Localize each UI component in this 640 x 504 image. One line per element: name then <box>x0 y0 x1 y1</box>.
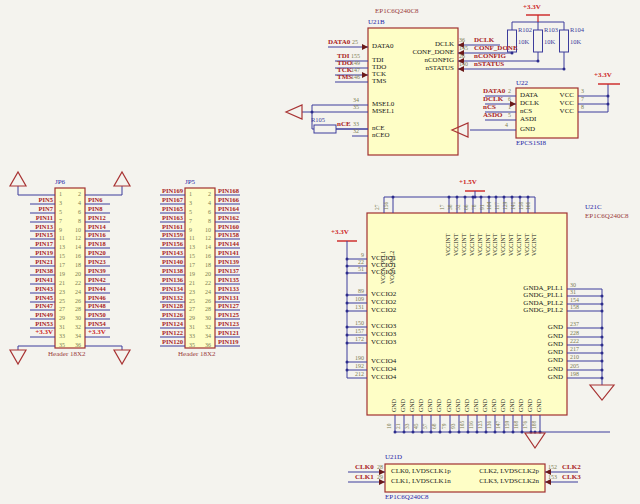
header-net-label: PIN141 <box>218 249 239 256</box>
pin-number: 25 <box>352 39 358 46</box>
u21c-ref-label: U21C <box>585 204 602 212</box>
header-net-label: PIN6 <box>88 196 102 203</box>
u21c-pin-name: VCCIO2 <box>371 307 396 315</box>
pin-direction-wedge <box>362 72 368 78</box>
pin-number-vertical: 33 <box>404 424 410 430</box>
pin-number: 237 <box>570 321 579 328</box>
header-pin-number: 5 <box>189 209 192 216</box>
u21c-v33-label: +3.3V <box>331 229 349 237</box>
header-net-label: PIN18 <box>88 240 106 247</box>
header-net-label: PIN54 <box>88 320 106 327</box>
pin-number: 35 <box>353 104 359 111</box>
header-net-label: PIN143 <box>149 249 183 256</box>
header-pin-number: 15 <box>59 253 65 260</box>
header-pin-number: 34 <box>71 333 81 340</box>
header-net-label: PIN13 <box>19 223 53 230</box>
pin-direction-wedge <box>362 44 368 50</box>
header-net-label: PIN17 <box>19 240 53 247</box>
pin-number-vertical: 68 <box>431 424 437 430</box>
header-net-label: PIN168 <box>218 187 239 194</box>
header-pin-number: 8 <box>201 218 211 225</box>
r105-ref-label: R105 <box>311 116 325 123</box>
header-net-label: PIN49 <box>19 311 53 318</box>
pin-number: 34 <box>353 97 359 104</box>
pin-number: 3 <box>581 88 584 95</box>
jp5-footprint-label: Header 18X2 <box>178 351 216 359</box>
u22-ref-label: U22 <box>516 80 528 88</box>
pin-number: 89 <box>348 288 364 295</box>
header-net-label: PIN162 <box>218 214 239 221</box>
u21c-pin-name-vertical: GND <box>527 399 534 412</box>
header-pin-number: 12 <box>71 235 81 242</box>
header-pin-number: 20 <box>71 271 81 278</box>
header-pin-number: 7 <box>59 218 62 225</box>
header-net-label: PIN144 <box>218 240 239 247</box>
pin-number: 172 <box>348 336 364 343</box>
pullup-v33-label: +3.3V <box>523 4 541 12</box>
header-pin-number: 21 <box>189 280 195 287</box>
header-pin-number: 2 <box>71 191 81 198</box>
ground-arrow-header <box>114 172 130 186</box>
header-net-label: PIN12 <box>88 214 106 221</box>
pin-number-vertical: 79 <box>441 424 447 430</box>
u21c-pin-name-vertical: VCCINT <box>492 234 499 256</box>
pin-number: 4 <box>505 122 508 129</box>
header-pin-number: 13 <box>59 244 65 251</box>
u21c-pin-name-vertical: GND <box>455 399 462 412</box>
u21b-pin-name: TMS <box>372 78 386 86</box>
u21c-pin-name-vertical: GND <box>536 399 543 412</box>
u21d-pin-name: CLK0, LVDSCLK1p <box>391 468 451 476</box>
u21c-pin-name: GND <box>503 374 563 382</box>
pin-number: 153 <box>548 474 557 481</box>
pin-number: 155 <box>351 53 360 60</box>
pin-number: 32 <box>353 128 359 135</box>
pin-number: 147 <box>351 67 360 74</box>
pin-number-vertical: 129 <box>502 202 508 210</box>
u21c-pin-name-vertical: GND <box>482 399 489 412</box>
pin-number-vertical: 117 <box>494 202 500 210</box>
header-pin-number: 26 <box>201 298 211 305</box>
pin-number-vertical: 38 <box>447 205 453 211</box>
header-pin-number: 13 <box>189 244 195 251</box>
header-net-label: +3.3V <box>19 329 53 337</box>
pin-number: 158 <box>570 304 579 311</box>
header-pin-number: 15 <box>189 253 195 260</box>
pin-number: 150 <box>348 320 364 327</box>
pin-number-vertical: 93 <box>450 424 456 430</box>
header-pin-number: 25 <box>59 298 65 305</box>
ground-arrow-u21c-right <box>590 385 614 400</box>
header-pin-number: 34 <box>201 333 211 340</box>
pin-number: 140 <box>459 61 468 68</box>
pin-number: 51 <box>348 266 364 273</box>
header-pin-number: 3 <box>189 200 192 207</box>
header-pin-number: 4 <box>71 200 81 207</box>
u22-part-label: EPCS1SI8 <box>516 140 546 148</box>
header-pin-number: 16 <box>201 253 211 260</box>
header-pin-number: 24 <box>201 289 211 296</box>
header-net-label: PIN7 <box>19 205 53 212</box>
header-pin-number: 10 <box>201 227 211 234</box>
header-net-label: PIN164 <box>218 205 239 212</box>
r104-value-label: 10K <box>570 38 581 45</box>
header-net-label: PIN120 <box>149 338 183 345</box>
header-pin-number: 6 <box>71 209 81 216</box>
u21c-pin-name-vertical: GND <box>391 399 398 412</box>
header-pin-number: 23 <box>189 289 195 296</box>
header-net-label: PIN11 <box>19 214 53 221</box>
header-net-label: PIN126 <box>149 311 183 318</box>
pin-number: 152 <box>548 464 557 471</box>
header-pin-number: 10 <box>71 227 81 234</box>
pin-number-vertical: 125 <box>477 421 483 429</box>
header-net-label: PIN123 <box>218 320 239 327</box>
u21c-pin-name-vertical: VCCINT <box>524 234 531 256</box>
fpga-schematic-sheet: EP1C6Q240C8 U21B +3.3V R102 10K R103 10K… <box>0 0 640 504</box>
header-net-label: PIN121 <box>218 329 239 336</box>
header-pin-number: 17 <box>189 262 195 269</box>
header-pin-number: 11 <box>189 235 195 242</box>
header-net-label: PIN139 <box>218 258 239 265</box>
u21b-ref-label: U21B <box>368 19 385 27</box>
r103-ref-label: R103 <box>544 26 558 33</box>
u21c-pin-name-vertical: VCCINT <box>453 234 460 256</box>
pin-number: 29 <box>377 474 383 481</box>
header-net-label: PIN165 <box>149 205 183 212</box>
